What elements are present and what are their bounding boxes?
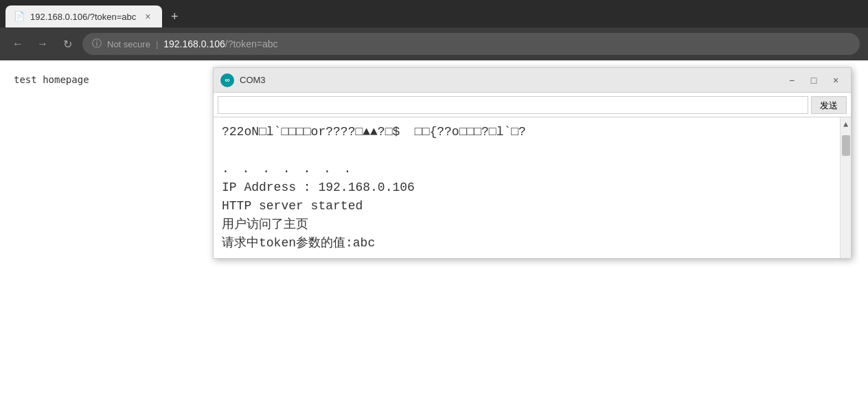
tab-favicon-icon: 📄 [14, 11, 25, 22]
serial-monitor-window: ∞ COM3 − □ × 发送 ?22oN□l`□□□□or????□▲▲?□$… [213, 67, 852, 259]
serial-input[interactable] [218, 96, 808, 114]
active-tab[interactable]: 📄 192.168.0.106/?token=abc × [5, 5, 162, 27]
new-tab-button[interactable]: + [165, 7, 184, 26]
send-button[interactable]: 发送 [811, 96, 847, 114]
output-line-4: IP Address : 192.168.0.106 [222, 178, 843, 197]
output-line-7: 请求中token参数的值:abc [222, 234, 843, 253]
url-separator: | [156, 39, 158, 49]
serial-input-row: 发送 [214, 93, 851, 117]
refresh-button[interactable]: ↻ [58, 34, 77, 54]
scroll-up-arrow[interactable]: ▲ [842, 117, 849, 132]
not-secure-label: Not secure [107, 39, 150, 49]
address-bar[interactable]: ⓘ Not secure | 192.168.0.106/?token=abc [82, 33, 860, 55]
serial-monitor-title: COM3 [240, 75, 778, 85]
url-base-text: 192.168.0.106 [163, 38, 225, 49]
browser-chrome: 📄 192.168.0.106/?token=abc × + ← → ↻ ⓘ N… [0, 0, 868, 60]
security-icon: ⓘ [92, 38, 102, 50]
output-line-3: . . . . . . . [222, 160, 843, 178]
url-base: 192.168.0.106/?token=abc [163, 38, 277, 49]
scroll-thumb[interactable] [842, 135, 850, 156]
back-button[interactable]: ← [8, 34, 27, 54]
page-left-text: test homepage [0, 60, 103, 394]
page-content: test homepage ∞ COM3 − □ × 发送 ?22oN□l`□□… [0, 60, 868, 394]
output-line-5: HTTP server started [222, 197, 843, 216]
arduino-logo: ∞ [220, 73, 234, 87]
output-line-2 [222, 141, 843, 160]
maximize-button[interactable]: □ [806, 72, 822, 89]
output-line-1: ?22oN□l`□□□□or????□▲▲?□$ □□{??o□□□?□l`□? [222, 123, 843, 141]
minimize-button[interactable]: − [784, 72, 800, 89]
tab-bar: 📄 192.168.0.106/?token=abc × + [0, 0, 868, 27]
scrollbar[interactable]: ▲ [840, 117, 851, 258]
serial-output-area: ?22oN□l`□□□□or????□▲▲?□$ □□{??o□□□?□l`□?… [214, 117, 851, 258]
address-bar-row: ← → ↻ ⓘ Not secure | 192.168.0.106/?toke… [0, 27, 868, 60]
output-line-6: 用户访问了主页 [222, 216, 843, 234]
tab-title: 192.168.0.106/?token=abc [30, 12, 136, 22]
close-button[interactable]: × [827, 72, 844, 89]
serial-monitor-titlebar: ∞ COM3 − □ × [214, 68, 851, 93]
tab-close-button[interactable]: × [141, 10, 154, 23]
forward-button[interactable]: → [33, 34, 52, 54]
url-path-text: /?token=abc [225, 38, 278, 49]
